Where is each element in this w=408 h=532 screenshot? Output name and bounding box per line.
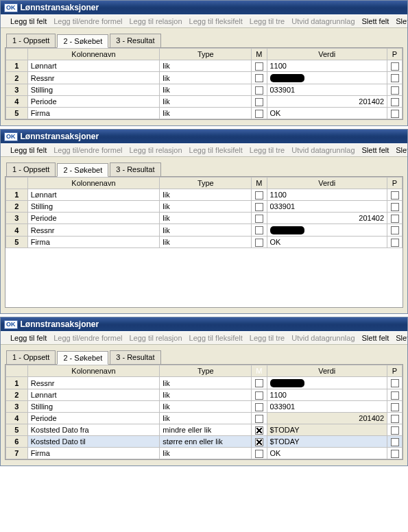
cell-kolonnenavn[interactable]: Stilling — [27, 401, 160, 413]
cell-type[interactable]: mindre eller lik — [160, 424, 252, 436]
column-header[interactable]: M — [252, 49, 267, 60]
table-row[interactable]: 5Koststed Dato framindre eller lik$TODAY — [6, 424, 403, 436]
row-number[interactable]: 2 — [6, 72, 28, 84]
tab-resultat[interactable]: 3 - Resultat — [110, 350, 160, 364]
tab-oppsett[interactable]: 1 - Oppsett — [6, 350, 56, 364]
cell-kolonnenavn[interactable]: Periode — [27, 213, 160, 224]
cell-kolonnenavn[interactable]: Lønnart — [27, 389, 160, 401]
cell-verdi[interactable]: 033901 — [267, 401, 387, 413]
table-row[interactable]: 5FirmalikOK — [6, 108, 403, 119]
column-header[interactable]: Kolonnenavn — [27, 178, 160, 189]
row-number[interactable]: 7 — [6, 448, 28, 459]
checkbox-p[interactable] — [391, 62, 399, 71]
cell-m[interactable] — [252, 448, 267, 459]
column-header[interactable]: Type — [160, 365, 252, 377]
column-header[interactable] — [6, 49, 28, 60]
checkbox-m[interactable] — [255, 415, 263, 423]
checkbox-p[interactable] — [391, 74, 399, 82]
checkbox-m[interactable] — [255, 203, 263, 211]
table-row[interactable]: 7FirmalikOK — [6, 448, 403, 459]
link-legg-til-fleksifelt[interactable]: Legg til fleksifelt — [189, 146, 243, 154]
table-row[interactable]: 6Koststed Dato tilstørre enn eller lik$T… — [6, 436, 403, 448]
table-row[interactable]: 4Periodelik201402 — [6, 413, 403, 424]
checkbox-p[interactable] — [391, 239, 399, 247]
link-utvid-datagrunnlag[interactable]: Utvid datagrunnlag — [291, 17, 355, 25]
cell-type[interactable]: lik — [160, 189, 252, 201]
cell-m[interactable] — [252, 377, 267, 389]
table-row[interactable]: 3Periodelik201402 — [6, 213, 403, 224]
link-legg-til-fleksifelt[interactable]: Legg til fleksifelt — [189, 17, 243, 25]
checkbox-m[interactable] — [255, 391, 263, 400]
cell-p[interactable] — [387, 436, 403, 448]
row-number[interactable]: 5 — [6, 424, 28, 436]
cell-kolonnenavn[interactable]: Firma — [27, 448, 160, 459]
cell-m[interactable] — [252, 213, 267, 224]
cell-type[interactable]: lik — [160, 213, 252, 224]
table-row[interactable]: 5FirmalikOK — [6, 237, 403, 248]
cell-m[interactable] — [252, 237, 267, 248]
cell-m[interactable] — [252, 189, 267, 201]
cell-verdi[interactable] — [267, 377, 387, 389]
checkbox-p[interactable] — [391, 391, 399, 400]
column-header[interactable]: Type — [160, 178, 252, 189]
checkbox-m[interactable] — [255, 86, 263, 95]
row-number[interactable]: 6 — [6, 436, 28, 448]
cell-kolonnenavn[interactable]: Stilling — [27, 84, 160, 96]
checkbox-m[interactable] — [255, 62, 263, 71]
title-bar[interactable]: OK Lønnstransaksjoner — [1, 1, 407, 14]
cell-verdi[interactable]: $TODAY — [267, 436, 387, 448]
cell-type[interactable]: lik — [160, 108, 252, 119]
checkbox-m[interactable] — [255, 403, 263, 411]
checkbox-p[interactable] — [391, 438, 399, 446]
cell-p[interactable] — [387, 60, 403, 72]
cell-p[interactable] — [387, 201, 403, 213]
column-header[interactable]: Verdi — [267, 49, 387, 60]
cell-type[interactable]: lik — [160, 84, 252, 96]
link-legg-til-tre[interactable]: Legg til tre — [250, 334, 285, 342]
column-header[interactable]: Verdi — [267, 365, 387, 377]
row-number[interactable]: 4 — [6, 224, 28, 237]
cell-kolonnenavn[interactable]: Stilling — [27, 201, 160, 213]
cell-kolonnenavn[interactable]: Firma — [27, 237, 160, 248]
cell-verdi[interactable] — [267, 224, 387, 237]
checkbox-m[interactable] — [255, 239, 263, 247]
column-header[interactable]: Kolonnenavn — [27, 365, 160, 377]
checkbox-m[interactable] — [255, 438, 263, 446]
cell-type[interactable]: lik — [160, 413, 252, 424]
link-utvid-datagrunnlag[interactable]: Utvid datagrunnlag — [291, 146, 355, 154]
cell-type[interactable]: lik — [160, 224, 252, 237]
table-row[interactable]: 1Lønnartlik1100 — [6, 60, 403, 72]
column-header[interactable] — [6, 365, 28, 377]
title-bar[interactable]: OK Lønnstransaksjoner — [1, 317, 407, 331]
link-legg-til-relasjon[interactable]: Legg til relasjon — [129, 146, 182, 154]
checkbox-p[interactable] — [391, 226, 399, 234]
cell-p[interactable] — [387, 413, 403, 424]
checkbox-p[interactable] — [391, 450, 399, 458]
table-row[interactable]: 2Lønnartlik1100 — [6, 389, 403, 401]
cell-kolonnenavn[interactable]: Ressnr — [27, 224, 160, 237]
checkbox-m[interactable] — [255, 74, 263, 82]
cell-kolonnenavn[interactable]: Periode — [27, 96, 160, 108]
checkbox-p[interactable] — [391, 110, 399, 118]
column-header[interactable]: M — [252, 178, 267, 189]
cell-verdi[interactable]: $TODAY — [267, 424, 387, 436]
link-slett-felt[interactable]: Slett felt — [362, 146, 389, 154]
checkbox-p[interactable] — [391, 426, 399, 435]
row-number[interactable]: 5 — [6, 108, 28, 119]
title-bar[interactable]: OK Lønnstransaksjoner — [1, 130, 407, 143]
table-row[interactable]: 2Ressnrlik — [6, 72, 403, 84]
cell-verdi[interactable] — [267, 72, 387, 84]
row-number[interactable]: 1 — [6, 189, 28, 201]
checkbox-p[interactable] — [391, 403, 399, 411]
column-header[interactable]: M — [252, 365, 267, 377]
checkbox-m[interactable] — [255, 191, 263, 200]
checkbox-m[interactable] — [255, 379, 263, 387]
cell-m[interactable] — [252, 436, 267, 448]
cell-m[interactable] — [252, 72, 267, 84]
cell-type[interactable]: lik — [160, 237, 252, 248]
column-header[interactable]: P — [387, 365, 403, 377]
column-header[interactable]: Verdi — [267, 178, 387, 189]
link-legg-til-tre[interactable]: Legg til tre — [250, 17, 285, 25]
row-number[interactable]: 3 — [6, 84, 28, 96]
cell-verdi[interactable]: 1100 — [267, 389, 387, 401]
